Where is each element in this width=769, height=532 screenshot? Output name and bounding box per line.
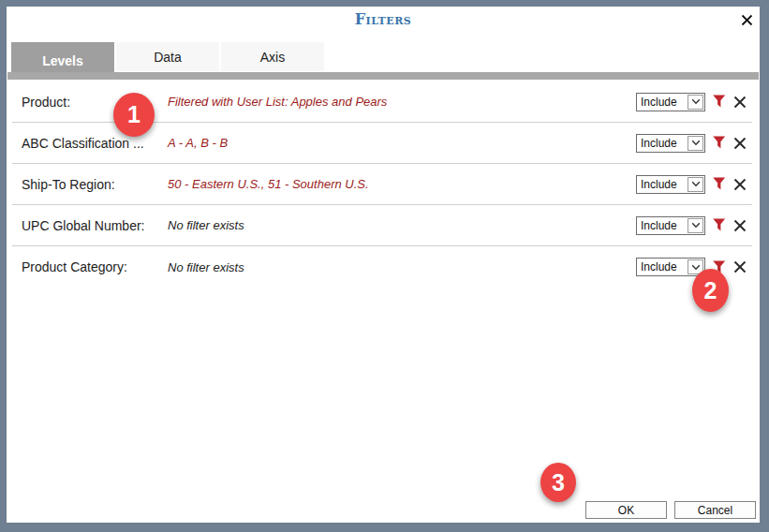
filter-row-value: 50 - Eastern U.S., 51 - Southern U.S. — [168, 177, 636, 191]
filter-row-label: ABC Classification ... — [22, 136, 168, 151]
filters-dialog: Filters Levels Data Axis Product: Filter… — [7, 7, 760, 523]
tab-strip: Levels Data Axis — [11, 42, 324, 71]
chevron-down-icon[interactable] — [688, 177, 703, 192]
delete-x-icon[interactable] — [732, 93, 748, 111]
cancel-button[interactable]: Cancel — [674, 501, 756, 519]
filter-funnel-icon[interactable] — [710, 93, 727, 111]
include-dropdown-value: Include — [637, 137, 688, 150]
callout-badge-3: 3 — [540, 463, 576, 502]
filter-row-label: UPC Global Number: — [22, 218, 168, 233]
include-dropdown[interactable]: Include — [636, 216, 705, 235]
chevron-down-icon[interactable] — [688, 136, 703, 151]
include-dropdown-value: Include — [637, 178, 688, 191]
delete-x-icon[interactable] — [732, 175, 748, 194]
include-dropdown[interactable]: Include — [636, 134, 705, 153]
filter-row-value: A - A, B - B — [168, 136, 636, 150]
filter-row: Product Category: No filter exists Inclu… — [12, 246, 752, 288]
tab-axis[interactable]: Axis — [221, 42, 324, 71]
callout-badge-2: 2 — [692, 269, 729, 312]
include-dropdown-value: Include — [637, 260, 688, 273]
filter-row-controls: Include — [636, 216, 748, 235]
filter-row-controls: Include — [636, 175, 748, 194]
delete-x-icon[interactable] — [732, 134, 748, 153]
filter-funnel-icon[interactable] — [710, 134, 727, 153]
dialog-title: Filters — [7, 10, 760, 28]
include-dropdown-value: Include — [637, 96, 688, 109]
tab-underline-bar — [7, 72, 759, 80]
filter-row-controls: Include — [636, 134, 748, 153]
include-dropdown[interactable]: Include — [636, 175, 705, 194]
filter-funnel-icon[interactable] — [710, 216, 727, 235]
filter-row: Ship-To Region: 50 - Eastern U.S., 51 - … — [12, 164, 752, 205]
chevron-down-icon[interactable] — [688, 95, 703, 110]
close-icon[interactable] — [739, 12, 754, 27]
close-x-glyph — [741, 14, 753, 26]
ok-button[interactable]: OK — [585, 501, 667, 519]
filter-row-controls: Include — [636, 93, 748, 111]
delete-x-icon[interactable] — [732, 258, 748, 276]
callout-badge-1: 1 — [113, 93, 155, 137]
filter-row-value: Filtered with User List: Apples and Pear… — [168, 95, 636, 109]
filter-row-label: Ship-To Region: — [22, 177, 168, 192]
filter-row-controls: Include — [636, 258, 748, 276]
filter-funnel-icon[interactable] — [710, 175, 727, 194]
filter-row: UPC Global Number: No filter exists Incl… — [12, 205, 752, 246]
chevron-down-icon[interactable] — [688, 218, 703, 233]
include-dropdown[interactable]: Include — [636, 258, 705, 276]
include-dropdown-value: Include — [637, 219, 688, 232]
tab-data[interactable]: Data — [116, 42, 219, 71]
include-dropdown[interactable]: Include — [636, 93, 705, 111]
delete-x-icon[interactable] — [732, 216, 748, 235]
filter-row-value: No filter exists — [168, 260, 636, 274]
filter-row-label: Product Category: — [22, 259, 168, 274]
filter-row-value: No filter exists — [168, 218, 636, 232]
